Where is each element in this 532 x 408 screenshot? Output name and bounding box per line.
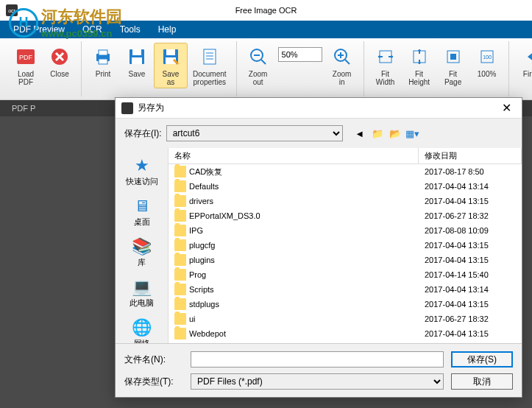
view-menu-icon[interactable]: ▦▾ (406, 127, 419, 140)
file-row[interactable]: Webdepot2017-04-04 13:15 (169, 326, 522, 341)
file-date: 2017-04-04 13:15 (419, 241, 522, 250)
file-row[interactable]: stdplugs2017-04-04 13:15 (169, 297, 522, 312)
save-button[interactable]: 保存(S) (451, 351, 513, 367)
file-row[interactable]: CAD恢复2017-08-17 8:50 (169, 164, 522, 179)
filetype-select[interactable]: PDF Files (*.pdf) (191, 373, 444, 390)
place-computer[interactable]: 💻 此电脑 (127, 274, 157, 312)
zoom-out-button[interactable]: Zoomout (241, 43, 275, 88)
tab-pdf[interactable]: PDF P (6, 104, 41, 113)
folder-icon (174, 254, 186, 266)
file-row[interactable]: Defaults2017-04-04 13:14 (169, 179, 522, 194)
menu-pdf-preview[interactable]: PDF Preview (4, 24, 74, 35)
folder-icon (174, 166, 186, 177)
svg-rect-5 (99, 59, 107, 64)
back-icon[interactable]: ◄ (353, 127, 366, 140)
file-date: 2017-08-17 8:50 (419, 167, 522, 176)
place-desktop[interactable]: 🖥 桌面 (127, 193, 157, 231)
dialog-title-text: 另存为 (138, 102, 164, 114)
file-row[interactable]: Prog2017-04-14 15:40 (169, 267, 522, 282)
properties-icon (198, 45, 221, 68)
svg-line-18 (261, 60, 266, 64)
folder-icon (174, 195, 186, 207)
place-quick-access[interactable]: ★ 快速访问 (123, 152, 161, 190)
col-date[interactable]: 修改日期 (419, 148, 522, 163)
menu-ocr[interactable]: OCR (74, 24, 111, 35)
col-name[interactable]: 名称 (169, 148, 419, 163)
cancel-button[interactable]: 取消 (451, 373, 513, 390)
fit-height-button[interactable]: FitHeight (402, 43, 436, 88)
fit-height-icon (408, 45, 431, 68)
folder-icon (174, 328, 186, 340)
file-row[interactable]: Scripts2017-04-04 13:14 (169, 282, 522, 297)
file-row[interactable]: EPPortalXM_DS3.02017-06-27 18:32 (169, 208, 522, 223)
place-network[interactable]: 🌐 网络 (127, 314, 157, 343)
network-icon: 🌐 (130, 317, 154, 338)
file-row[interactable]: plugins2017-04-04 13:15 (169, 253, 522, 267)
save-in-label: 保存在(I): (124, 127, 162, 140)
zoom-in-button[interactable]: Zoomin (325, 43, 359, 88)
file-name: plugcfg (189, 241, 419, 250)
folder-icon (174, 313, 186, 325)
menu-help[interactable]: Help (149, 24, 185, 35)
app-icon: ocr (6, 4, 18, 16)
fit-width-button[interactable]: FitWidth (369, 43, 402, 88)
svg-line-22 (345, 60, 350, 64)
folder-icon (174, 298, 186, 310)
load-pdf-button[interactable]: PDF LoadPDF (9, 43, 43, 88)
file-name: Scripts (189, 285, 419, 294)
first-button[interactable]: First (514, 43, 532, 88)
print-icon (91, 45, 115, 68)
file-date: 2017-04-04 13:15 (419, 256, 522, 264)
svg-text:PDF: PDF (19, 54, 33, 61)
save-button[interactable]: Save (120, 43, 154, 88)
fit-width-icon (374, 45, 397, 68)
close-button[interactable]: Close (43, 43, 77, 88)
close-icon (48, 45, 71, 68)
fit-page-button[interactable]: FitPage (436, 43, 470, 88)
save-as-icon (159, 45, 182, 68)
zoom-out-icon (247, 45, 270, 68)
new-folder-icon[interactable]: 📂 (389, 127, 402, 140)
100pct-button[interactable]: 100 100% (470, 43, 504, 88)
menu-tools[interactable]: Tools (111, 24, 149, 35)
filename-input[interactable] (191, 351, 444, 367)
file-row[interactable]: plugcfg2017-04-04 13:15 (169, 238, 522, 253)
dialog-toolbar: 保存在(I): artcut6 ◄ 📁 📂 ▦▾ (116, 119, 522, 148)
svg-rect-7 (132, 49, 141, 55)
first-icon (519, 45, 532, 68)
filename-label: 文件名(N): (124, 354, 183, 366)
up-folder-icon[interactable]: 📁 (371, 127, 384, 140)
doc-properties-button[interactable]: Documentproperties (188, 43, 232, 88)
file-row[interactable]: drivers2017-04-04 13:15 (169, 194, 522, 208)
zoom-in-icon (330, 45, 354, 68)
svg-rect-8 (132, 57, 142, 64)
file-row[interactable]: ui2017-06-27 18:32 (169, 312, 522, 326)
zoom-input[interactable] (278, 47, 322, 62)
save-as-button[interactable]: Saveas (154, 43, 188, 88)
dialog-close-button[interactable]: ✕ (497, 101, 516, 115)
folder-icon (174, 239, 186, 251)
library-icon: 📚 (130, 236, 154, 257)
file-date: 2017-08-08 10:09 (419, 226, 522, 235)
svg-rect-12 (204, 49, 216, 64)
print-button[interactable]: Print (86, 43, 120, 88)
file-name: plugins (189, 256, 419, 264)
file-name: IPG (189, 226, 419, 235)
file-name: Defaults (189, 182, 419, 191)
svg-rect-10 (166, 49, 175, 55)
file-date: 2017-04-14 15:40 (419, 270, 522, 279)
folder-icon (174, 210, 186, 222)
file-list: 名称 修改日期 CAD恢复2017-08-17 8:50Defaults2017… (169, 148, 522, 343)
file-name: Prog (189, 270, 419, 279)
file-name: Webdepot (189, 329, 419, 338)
save-in-select[interactable]: artcut6 (166, 125, 343, 141)
pdf-icon: PDF (14, 45, 38, 68)
svg-rect-4 (99, 50, 107, 55)
file-date: 2017-04-04 13:15 (419, 329, 522, 338)
svg-text:100: 100 (483, 54, 492, 60)
file-date: 2017-06-27 18:32 (419, 314, 522, 323)
file-name: stdplugs (189, 300, 419, 309)
file-row[interactable]: IPG2017-08-08 10:09 (169, 223, 522, 238)
filetype-label: 保存类型(T): (124, 376, 183, 388)
place-library[interactable]: 📚 库 (127, 233, 157, 271)
